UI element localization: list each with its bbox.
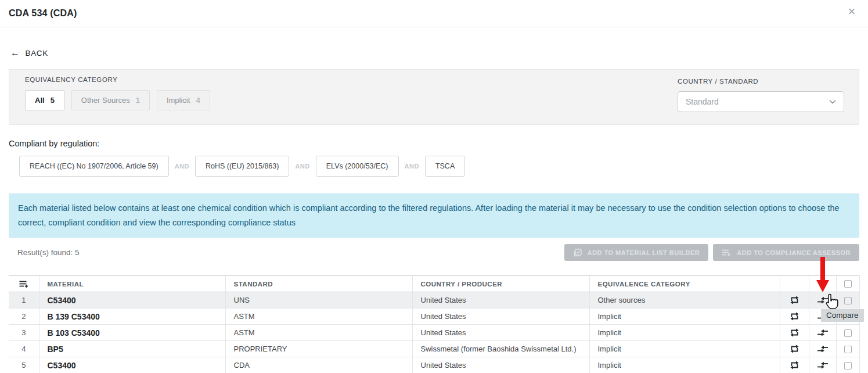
compare-icon bbox=[817, 328, 829, 338]
regulation-chip-row: REACH ((EC) No 1907/2006, Article 59) AN… bbox=[19, 156, 868, 177]
table-header-row: MATERIAL STANDARD COUNTRY / PRODUCER EQU… bbox=[9, 276, 859, 292]
row-checkbox[interactable] bbox=[844, 346, 852, 353]
and-operator: AND bbox=[295, 163, 309, 170]
row-number: 4 bbox=[9, 341, 39, 357]
compliant-by-regulation-label: Compliant by regulation: bbox=[9, 139, 868, 148]
annotation-arrow bbox=[820, 257, 825, 280]
country-cell: United States bbox=[412, 292, 589, 309]
compare-icon bbox=[817, 345, 829, 354]
table-row[interactable]: 2 B 139 C53400 ASTM United States Implic… bbox=[9, 309, 859, 325]
compliance-info-banner: Each material listed below contains at l… bbox=[9, 193, 859, 238]
compare-button[interactable] bbox=[809, 357, 836, 373]
row-number: 5 bbox=[9, 357, 39, 373]
annotation-arrow-head bbox=[816, 280, 829, 292]
results-count: Result(s) found: 5 bbox=[9, 248, 80, 257]
equivalence-cell: Other sources bbox=[589, 292, 780, 309]
compare-icon bbox=[817, 361, 829, 370]
filter-all-button[interactable]: All 5 bbox=[25, 90, 64, 110]
filter-all-count: 5 bbox=[51, 96, 55, 105]
row-checkbox[interactable] bbox=[844, 362, 852, 370]
equivalence-cell: Implicit bbox=[589, 325, 780, 341]
table-row[interactable]: 3 B 103 C53400 ASTM United States Implic… bbox=[9, 325, 859, 341]
country-standard-filter-group: COUNTRY / STANDARD Standard bbox=[678, 76, 852, 124]
dropdown-value: Standard bbox=[686, 97, 719, 106]
filter-other-sources-count: 1 bbox=[136, 96, 140, 105]
equivalence-cell: Implicit bbox=[589, 341, 780, 357]
standard-cell: UNS bbox=[225, 292, 412, 309]
row-checkbox[interactable] bbox=[844, 297, 852, 304]
close-icon[interactable]: × bbox=[844, 3, 860, 20]
standard-cell: ASTM bbox=[225, 325, 412, 341]
equivalents-button[interactable] bbox=[780, 325, 809, 341]
country-standard-label: COUNTRY / STANDARD bbox=[678, 78, 852, 85]
add-to-compliance-assessor-button[interactable]: ADD TO COMPLIANCE ASSESSOR bbox=[713, 244, 859, 261]
back-arrow-icon: ← bbox=[10, 48, 20, 58]
table-row[interactable]: 1 C53400 UNS United States Other sources bbox=[9, 292, 859, 309]
compare-button[interactable] bbox=[809, 325, 836, 341]
back-button[interactable]: ← BACK bbox=[10, 48, 48, 58]
filter-implicit-label: Implicit bbox=[167, 96, 190, 105]
and-operator: AND bbox=[405, 163, 419, 170]
regulation-chip-tsca[interactable]: TSCA bbox=[425, 156, 465, 177]
regulation-chip-elvs[interactable]: ELVs (2000/53/EC) bbox=[316, 156, 399, 177]
page-title: CDA 534 (CDA) bbox=[9, 8, 77, 19]
column-header-country[interactable]: COUNTRY / PRODUCER bbox=[412, 276, 589, 292]
add-to-list-icon[interactable] bbox=[19, 279, 29, 288]
table-row[interactable]: 4 BP5 PROPRIETARY Swissmetal (former Bao… bbox=[9, 341, 859, 357]
country-cell: United States bbox=[412, 309, 589, 325]
filter-panel: EQUIVALENCY CATEGORY All 5 Other Sources… bbox=[9, 69, 859, 125]
add-to-material-list-builder-label: ADD TO MATERIAL LIST BUILDER bbox=[588, 249, 700, 256]
compare-tooltip: Compare bbox=[821, 309, 864, 322]
equivalence-cell: Implicit bbox=[589, 309, 780, 325]
equivalents-button[interactable] bbox=[780, 292, 809, 309]
results-table: MATERIAL STANDARD COUNTRY / PRODUCER EQU… bbox=[9, 275, 860, 373]
row-number: 3 bbox=[9, 325, 39, 341]
standard-cell: ASTM bbox=[225, 309, 412, 325]
country-cell: United States bbox=[412, 325, 589, 341]
equivalency-segmented-control: All 5 Other Sources 1 Implicit 4 bbox=[25, 90, 210, 110]
and-operator: AND bbox=[175, 163, 189, 170]
equivalency-filter-group: EQUIVALENCY CATEGORY All 5 Other Sources… bbox=[25, 76, 210, 124]
compare-button[interactable] bbox=[809, 341, 836, 357]
column-header-equivalence[interactable]: EQUIVALENCE CATEGORY bbox=[589, 276, 780, 292]
equivalency-category-label: EQUIVALENCY CATEGORY bbox=[25, 76, 210, 83]
select-all-checkbox[interactable] bbox=[844, 280, 852, 288]
filter-other-sources-label: Other Sources bbox=[81, 96, 130, 105]
row-number: 1 bbox=[9, 292, 39, 309]
results-bar: Result(s) found: 5 ADD TO MATERIAL LIST … bbox=[9, 244, 859, 261]
filter-all-label: All bbox=[35, 96, 45, 105]
country-standard-dropdown[interactable]: Standard bbox=[678, 91, 844, 112]
filter-implicit-count: 4 bbox=[196, 96, 200, 105]
action-buttons: ADD TO MATERIAL LIST BUILDER ADD TO COMP… bbox=[564, 244, 859, 261]
equivalents-button[interactable] bbox=[780, 357, 809, 373]
repeat-icon bbox=[788, 295, 801, 305]
repeat-icon bbox=[788, 344, 801, 354]
list-plus-icon bbox=[722, 248, 732, 257]
add-to-material-list-builder-button[interactable]: ADD TO MATERIAL LIST BUILDER bbox=[564, 244, 709, 261]
column-header-standard[interactable]: STANDARD bbox=[225, 276, 412, 292]
material-cell[interactable]: B 103 C53400 bbox=[39, 325, 225, 341]
row-number: 2 bbox=[9, 309, 39, 325]
regulation-chip-reach[interactable]: REACH ((EC) No 1907/2006, Article 59) bbox=[19, 156, 169, 177]
equivalents-button[interactable] bbox=[780, 341, 809, 357]
clipboard-check-icon bbox=[573, 248, 582, 257]
equivalence-cell: Implicit bbox=[589, 357, 780, 373]
country-cell: United States bbox=[412, 357, 589, 373]
standard-cell: PROPRIETARY bbox=[225, 341, 412, 357]
standard-cell: CDA bbox=[225, 357, 412, 373]
material-cell[interactable]: BP5 bbox=[39, 341, 225, 357]
table-row[interactable]: 5 C53400 CDA United States Implicit bbox=[9, 357, 859, 373]
country-cell: Swissmetal (former Baoshida Swissmetal L… bbox=[412, 341, 589, 357]
equivalents-button[interactable] bbox=[780, 309, 809, 325]
material-cell[interactable]: C53400 bbox=[39, 357, 225, 373]
material-cell[interactable]: C53400 bbox=[39, 292, 225, 309]
back-label: BACK bbox=[26, 49, 48, 58]
filter-implicit-button[interactable]: Implicit 4 bbox=[157, 90, 210, 110]
regulation-chip-rohs[interactable]: RoHS ((EU) 2015/863) bbox=[195, 156, 289, 177]
column-header-material[interactable]: MATERIAL bbox=[39, 276, 225, 292]
modal-header: CDA 534 (CDA) × bbox=[0, 0, 868, 27]
filter-other-sources-button[interactable]: Other Sources 1 bbox=[71, 90, 150, 110]
material-cell[interactable]: B 139 C53400 bbox=[39, 309, 225, 325]
chevron-down-icon bbox=[829, 98, 837, 106]
row-checkbox[interactable] bbox=[844, 329, 852, 337]
